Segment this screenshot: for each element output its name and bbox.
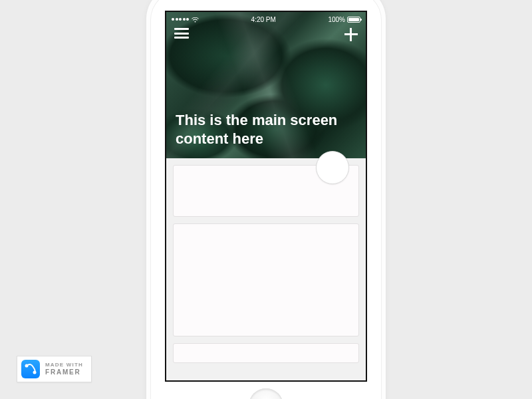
battery-percent: 100%: [328, 16, 345, 23]
status-time: 4:20 PM: [251, 16, 276, 23]
badge-line1: MADE WITH: [45, 362, 83, 368]
screen: 4:20 PM 100% This is the main screen con…: [165, 11, 367, 382]
status-left: [172, 17, 199, 22]
card[interactable]: [173, 343, 359, 363]
status-battery: 100%: [328, 16, 360, 23]
status-bar: 4:20 PM 100%: [166, 12, 366, 27]
content-list: [166, 158, 366, 370]
card[interactable]: [173, 165, 359, 217]
framer-logo-icon: [21, 360, 40, 378]
wifi-icon: [192, 17, 199, 22]
fab-button[interactable]: [316, 151, 349, 184]
signal-dots-icon: [172, 18, 189, 21]
badge-line2: FRAMER: [45, 368, 83, 376]
card[interactable]: [173, 223, 359, 336]
header-hero: This is the main screen content here: [166, 12, 366, 158]
page-title: This is the main screen content here: [176, 111, 356, 148]
nav-bar: [166, 28, 366, 41]
home-button[interactable]: [249, 388, 283, 399]
phone-frame: 4:20 PM 100% This is the main screen con…: [146, 0, 386, 399]
battery-icon: [347, 17, 360, 23]
framer-badge[interactable]: MADE WITH FRAMER: [17, 356, 92, 382]
badge-text: MADE WITH FRAMER: [45, 362, 83, 376]
add-icon[interactable]: [344, 28, 358, 41]
phone-bezel: 4:20 PM 100% This is the main screen con…: [150, 0, 382, 399]
menu-icon[interactable]: [174, 28, 189, 39]
